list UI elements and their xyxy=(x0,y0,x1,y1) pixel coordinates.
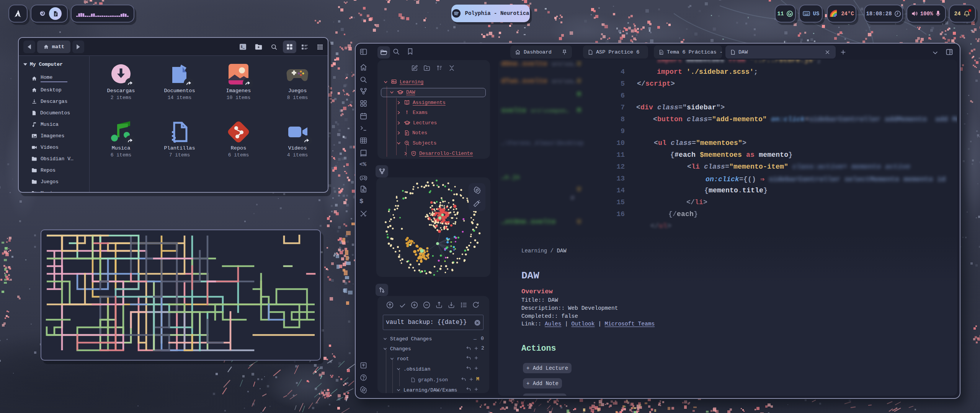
svg-text:$_: $_ xyxy=(240,45,245,49)
